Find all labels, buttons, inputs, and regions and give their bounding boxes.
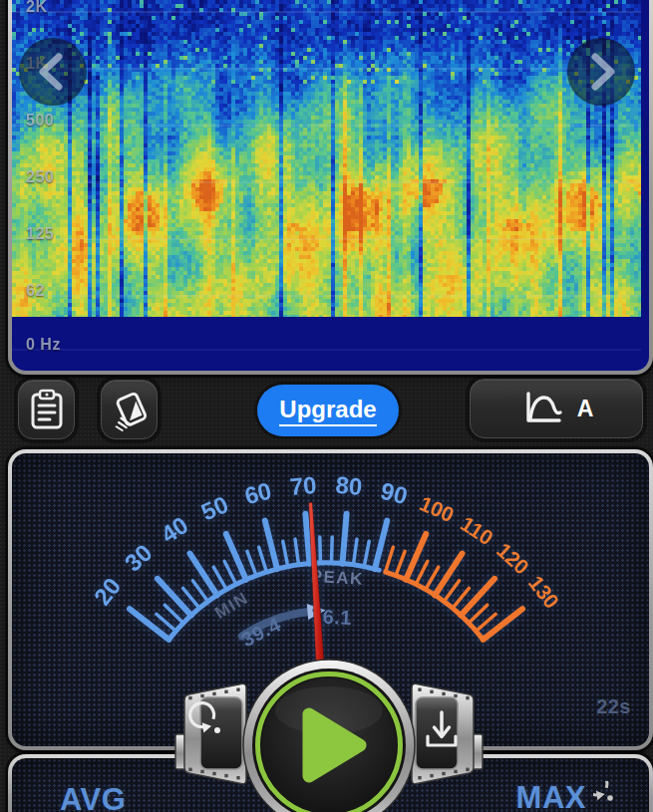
frequency-curve-icon xyxy=(519,390,563,427)
gauge-scale-40: 40 xyxy=(156,511,192,548)
spectrogram-canvas xyxy=(12,0,641,363)
elapsed-time-label: 22s xyxy=(596,695,631,718)
freq-label-250: 250 xyxy=(26,168,54,186)
reset-button[interactable] xyxy=(184,683,246,783)
gauge-scale-130: 130 xyxy=(524,571,564,613)
prev-page-button[interactable] xyxy=(19,38,87,106)
reset-icon xyxy=(593,781,627,812)
max-label: MAX xyxy=(516,780,586,812)
play-button[interactable] xyxy=(243,660,415,812)
max-row: MAX xyxy=(516,780,627,812)
app-root: 2K 1K 500 250 125 62 0 Hz xyxy=(0,0,653,812)
max-reset-button[interactable] xyxy=(593,781,627,812)
gauge-scale-50: 50 xyxy=(197,490,232,525)
upgrade-label: Upgrade xyxy=(279,396,376,426)
spectrogram-panel: 2K 1K 500 250 125 62 0 Hz xyxy=(8,0,653,375)
gauge-scale-70: 70 xyxy=(289,471,318,500)
gauge-scale-labels: 2030405060708090100110120130 xyxy=(89,471,564,613)
freq-label-0hz: 0 Hz xyxy=(26,336,61,354)
gauge-scale-80: 80 xyxy=(335,471,364,500)
gauge-scale-110: 110 xyxy=(457,512,497,550)
gauge-scale-20: 20 xyxy=(89,573,127,611)
gauge-scale-60: 60 xyxy=(242,477,275,510)
upgrade-button[interactable]: Upgrade xyxy=(257,385,399,436)
promo-button[interactable] xyxy=(101,380,158,439)
transport-cluster xyxy=(160,653,498,812)
app-logo-icon xyxy=(108,388,151,431)
freq-label-125: 125 xyxy=(26,225,54,243)
chevron-left-icon xyxy=(19,38,87,106)
gauge-scale-100: 100 xyxy=(417,491,458,526)
avg-label: AVG xyxy=(60,782,126,812)
gauge-scale-120: 120 xyxy=(492,538,533,579)
freq-label-62: 62 xyxy=(26,282,45,300)
weighting-label: A xyxy=(577,396,594,422)
gauge-scale-30: 30 xyxy=(120,539,158,577)
clipboard-icon xyxy=(27,388,67,431)
next-page-button[interactable] xyxy=(567,38,635,106)
gauge-scale-90: 90 xyxy=(378,477,411,510)
weighting-button[interactable]: A xyxy=(470,379,643,438)
records-button[interactable] xyxy=(18,380,75,439)
freq-label-2k: 2K xyxy=(26,0,47,16)
spectrogram-viewport: 2K 1K 500 250 125 62 0 Hz xyxy=(12,0,649,371)
chevron-right-icon xyxy=(567,38,635,106)
save-button[interactable] xyxy=(412,683,474,783)
freq-label-500: 500 xyxy=(26,112,54,130)
